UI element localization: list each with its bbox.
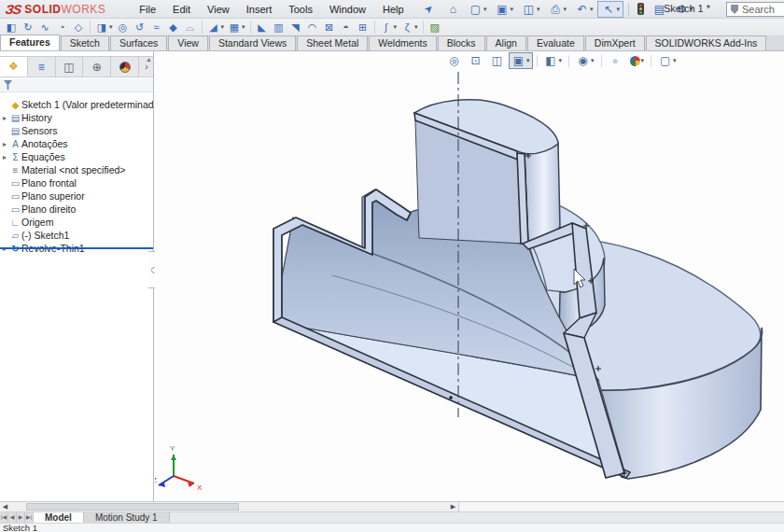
tree-filter-row[interactable] — [0, 78, 154, 92]
mirror-button[interactable]: ◥ — [287, 21, 304, 34]
prev-tab-button[interactable]: ◀ — [8, 512, 17, 523]
chevron-down-icon[interactable]: ▾ — [641, 57, 645, 64]
expand-arrow-icon[interactable]: ▸ — [0, 153, 9, 161]
search-box[interactable]: Search — [726, 2, 784, 17]
tab-features[interactable]: Features — [0, 35, 60, 50]
apply-scene-button[interactable]: ▾ — [627, 54, 648, 68]
select-tool-button[interactable]: ↖▾ — [597, 1, 623, 18]
tab-align[interactable]: Align — [486, 35, 526, 50]
wrap-button[interactable]: ⊠ — [321, 21, 338, 34]
open-button[interactable]: ▣▾ — [491, 1, 517, 18]
view-settings-button[interactable]: ▢▾ — [655, 52, 679, 69]
tree-item-history[interactable]: ▸ ▤ History — [0, 111, 154, 124]
chevron-down-icon[interactable]: ▾ — [673, 57, 677, 64]
hide-show-items-button[interactable]: ◉▾ — [573, 52, 597, 69]
menu-window[interactable]: Window — [322, 1, 373, 18]
tab-dimxpert[interactable]: DimXpert — [585, 35, 645, 50]
tree-item-sensors[interactable]: ▤ Sensors — [0, 124, 154, 137]
boundary-cut-button[interactable]: ⌓ — [182, 21, 199, 34]
tab-model[interactable]: Model — [34, 512, 84, 523]
swept-cut-button[interactable]: ≈ — [148, 21, 165, 33]
chevron-down-icon[interactable]: ▾ — [537, 6, 540, 13]
last-tab-button[interactable]: ▶| — [25, 512, 34, 523]
revolved-boss-button[interactable]: ↻ — [20, 21, 36, 34]
section-view-button[interactable]: ◫ — [487, 52, 507, 69]
tree-item-sketch1[interactable]: ▱ (-) Sketch1 — [0, 229, 154, 242]
chevron-down-icon[interactable]: ▾ — [616, 6, 620, 13]
boundary-boss-button[interactable]: ◇ — [70, 21, 87, 34]
chevron-down-icon[interactable]: ▾ — [394, 23, 398, 31]
chevron-down-icon[interactable]: ▾ — [563, 6, 567, 13]
edit-appearance-button[interactable]: ● — [606, 52, 625, 69]
scroll-right-arrow[interactable]: ▶ — [448, 502, 458, 511]
chevron-down-icon[interactable]: ▾ — [109, 23, 113, 31]
chevron-down-icon[interactable]: ▾ — [590, 6, 594, 13]
zoom-to-area-button[interactable]: ⊡ — [466, 52, 485, 69]
tree-item-origem[interactable]: ∟ Origem — [0, 216, 154, 229]
curves-button[interactable]: ζ▾ — [399, 21, 420, 33]
swept-boss-button[interactable]: ∿ — [36, 21, 53, 34]
expand-arrow-icon[interactable]: ▸ — [0, 114, 9, 122]
chevron-down-icon[interactable]: ▾ — [242, 23, 245, 31]
tab-surfaces[interactable]: Surfaces — [110, 35, 167, 50]
save-button[interactable]: ◫▾ — [518, 1, 544, 18]
tab-blocks[interactable]: Blocks — [438, 35, 485, 50]
revolved-cut-button[interactable]: ↺ — [132, 21, 148, 34]
home-button[interactable]: ⌂ — [442, 1, 464, 18]
extruded-cut-button[interactable]: ◨▾ — [93, 21, 115, 34]
menu-tools[interactable]: Tools — [281, 1, 320, 18]
next-tab-button[interactable]: ▶ — [17, 512, 25, 523]
tab-sheet-metal[interactable]: Sheet Metal — [297, 35, 368, 50]
new-document-button[interactable]: ▢▾ — [465, 1, 491, 18]
displaymanager-tab[interactable] — [111, 57, 139, 77]
configurationmanager-tab[interactable]: ◫ — [56, 57, 84, 77]
dimxpertmanager-tab[interactable]: ⊕ — [83, 57, 111, 77]
expand-arrow-icon[interactable]: ▸ — [0, 140, 9, 148]
extruded-boss-button[interactable]: ◧ — [3, 21, 20, 34]
model-canvas[interactable]: Y X Z — [155, 51, 784, 501]
propertymanager-tab[interactable]: ≡ — [28, 57, 56, 77]
model-boss-outer-wall[interactable] — [525, 144, 560, 244]
print-button[interactable]: ⎙▾ — [544, 1, 570, 18]
tab-solidworks-addins[interactable]: SOLIDWORKS Add-Ins — [646, 35, 767, 50]
chevron-down-icon[interactable]: ▾ — [483, 6, 487, 13]
rebuild-button[interactable] — [634, 1, 648, 17]
linear-pattern-button[interactable]: ▦▾ — [226, 21, 247, 34]
tab-motion-study-1[interactable]: Motion Study 1 — [84, 512, 170, 523]
tab-view[interactable]: View — [168, 35, 208, 50]
tree-item-equacoes[interactable]: ▸ Σ Equações — [0, 150, 154, 163]
tree-item-plano-frontal[interactable]: ▭ Plano frontal — [0, 176, 154, 189]
lofted-cut-button[interactable]: ◆ — [165, 21, 182, 34]
rib-button[interactable]: ◠ — [304, 21, 321, 34]
undo-button[interactable]: ↶▾ — [571, 1, 597, 18]
tab-sketch[interactable]: Sketch — [61, 35, 109, 50]
chevron-down-icon[interactable]: ▾ — [591, 57, 595, 64]
tab-weldments[interactable]: Weldments — [369, 35, 436, 50]
zoom-to-fit-button[interactable]: ◎ — [444, 52, 464, 69]
menu-edit[interactable]: Edit — [165, 1, 198, 18]
scroll-left-arrow[interactable]: ◀ — [0, 502, 10, 511]
chevron-down-icon[interactable]: ▾ — [559, 57, 563, 64]
menu-help[interactable]: Help — [375, 1, 412, 18]
scrollbar-thumb[interactable] — [26, 503, 239, 511]
draft-button[interactable]: ◣ — [254, 21, 271, 34]
tree-item-anotacoes[interactable]: ▸ A Anotações — [0, 137, 154, 150]
menu-file[interactable]: File — [132, 1, 163, 18]
tree-item-material[interactable]: ≡ Material <not specified> — [0, 163, 154, 176]
shell-button[interactable]: ▥ — [271, 21, 287, 34]
tree-item-plano-direito[interactable]: ▭ Plano direito — [0, 203, 154, 216]
graphics-viewport[interactable]: Y X Z ◎ ⊡ ◫ ▣▾ ◧▾ ◉▾ ● ▾ ▢▾ — [155, 51, 784, 501]
instant3d-button[interactable]: ▨ — [427, 21, 443, 34]
tree-item-plano-superior[interactable]: ▭ Plano superior — [0, 189, 154, 203]
intersect-button[interactable]: ◓ — [338, 21, 355, 33]
tab-evaluate[interactable]: Evaluate — [527, 35, 584, 50]
tab-standard-views[interactable]: Standard Views — [209, 35, 296, 50]
first-tab-button[interactable]: |◀ — [0, 512, 8, 523]
featuremanager-tab[interactable]: ❖ — [0, 57, 28, 77]
fillet-button[interactable]: ◢▾ — [205, 21, 227, 34]
pin-menu-icon[interactable]: ➤ — [421, 2, 436, 17]
view-orientation-button[interactable]: ▣▾ — [509, 52, 533, 69]
rollback-bar[interactable] — [0, 247, 154, 249]
hole-wizard-button[interactable]: ◎ — [115, 21, 132, 34]
tree-root-part[interactable]: ◆ Sketch 1 (Valor predeterminado<<Valor … — [0, 98, 154, 111]
